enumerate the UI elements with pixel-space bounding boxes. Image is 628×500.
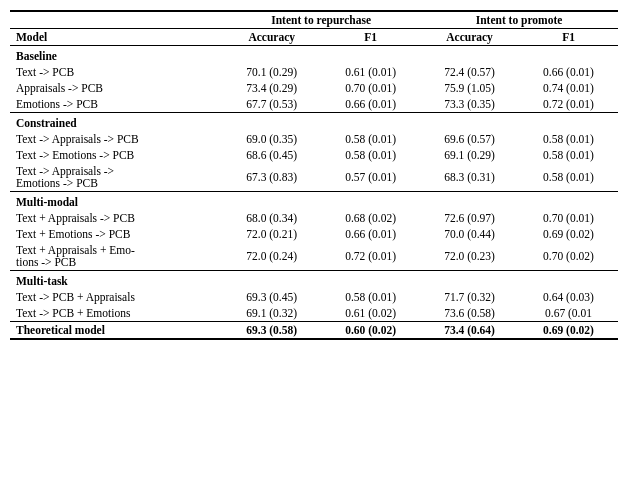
itp_f1-cell: 0.58 (0.01)	[519, 163, 618, 192]
itr_acc-cell: 72.0 (0.24)	[222, 242, 321, 271]
itp_acc-cell: 69.6 (0.57)	[420, 131, 519, 147]
itp_acc-cell: 72.4 (0.57)	[420, 64, 519, 80]
itp_f1-cell: 0.70 (0.02)	[519, 242, 618, 271]
intent-promote-header: Intent to promote	[420, 11, 618, 29]
itp_f1-cell: 0.74 (0.01)	[519, 80, 618, 96]
table-row: Text -> Appraisals -> PCB69.0 (0.35)0.58…	[10, 131, 618, 147]
itr_acc-cell: 70.1 (0.29)	[222, 64, 321, 80]
itp-accuracy-header: Accuracy	[420, 29, 519, 46]
itp_f1-cell: 0.58 (0.01)	[519, 131, 618, 147]
model-cell: Theoretical model	[10, 322, 222, 340]
itr_f1-cell: 0.58 (0.01)	[321, 131, 420, 147]
itr_f1-cell: 0.60 (0.02)	[321, 322, 420, 340]
section-header-row: Constrained	[10, 113, 618, 132]
itp_acc-cell: 70.0 (0.44)	[420, 226, 519, 242]
section-header-row: Multi-task	[10, 271, 618, 290]
section-title: Multi-task	[10, 271, 618, 290]
table-row: Theoretical model69.3 (0.58)0.60 (0.02)7…	[10, 322, 618, 340]
itr_f1-cell: 0.72 (0.01)	[321, 242, 420, 271]
column-group-header-row: Intent to repurchase Intent to promote	[10, 11, 618, 29]
table-row: Text -> Emotions -> PCB68.6 (0.45)0.58 (…	[10, 147, 618, 163]
section-header-row: Multi-modal	[10, 192, 618, 211]
itp_acc-cell: 73.6 (0.58)	[420, 305, 519, 322]
itp_acc-cell: 72.0 (0.23)	[420, 242, 519, 271]
table-row: Text -> PCB + Appraisals69.3 (0.45)0.58 …	[10, 289, 618, 305]
model-col-header: Model	[10, 29, 222, 46]
section-title: Multi-modal	[10, 192, 618, 211]
itr_f1-cell: 0.68 (0.02)	[321, 210, 420, 226]
empty-header	[10, 11, 222, 29]
model-cell: Appraisals -> PCB	[10, 80, 222, 96]
model-cell: Text + Appraisals + Emo-tions -> PCB	[10, 242, 222, 271]
results-table: Intent to repurchase Intent to promote M…	[10, 10, 618, 340]
table-row: Text + Emotions -> PCB72.0 (0.21)0.66 (0…	[10, 226, 618, 242]
itr_f1-cell: 0.58 (0.01)	[321, 289, 420, 305]
itr_f1-cell: 0.61 (0.02)	[321, 305, 420, 322]
itr-f1-header: F1	[321, 29, 420, 46]
itr_acc-cell: 69.0 (0.35)	[222, 131, 321, 147]
model-cell: Emotions -> PCB	[10, 96, 222, 113]
itr_f1-cell: 0.57 (0.01)	[321, 163, 420, 192]
table-row: Text + Appraisals -> PCB68.0 (0.34)0.68 …	[10, 210, 618, 226]
model-cell: Text -> PCB	[10, 64, 222, 80]
itp_acc-cell: 73.4 (0.64)	[420, 322, 519, 340]
section-header-row: Baseline	[10, 46, 618, 65]
itp_acc-cell: 71.7 (0.32)	[420, 289, 519, 305]
model-cell: Text + Appraisals -> PCB	[10, 210, 222, 226]
table-row: Appraisals -> PCB73.4 (0.29)0.70 (0.01)7…	[10, 80, 618, 96]
section-title: Baseline	[10, 46, 618, 65]
itp_f1-cell: 0.70 (0.01)	[519, 210, 618, 226]
table-row: Text + Appraisals + Emo-tions -> PCB72.0…	[10, 242, 618, 271]
table-row: Text -> Appraisals ->Emotions -> PCB67.3…	[10, 163, 618, 192]
itp_f1-cell: 0.67 (0.01	[519, 305, 618, 322]
section-title: Constrained	[10, 113, 618, 132]
model-cell: Text -> Appraisals -> PCB	[10, 131, 222, 147]
itr_acc-cell: 72.0 (0.21)	[222, 226, 321, 242]
itr_acc-cell: 69.1 (0.32)	[222, 305, 321, 322]
itr_acc-cell: 67.7 (0.53)	[222, 96, 321, 113]
column-header-row: Model Accuracy F1 Accuracy F1	[10, 29, 618, 46]
model-cell: Text -> Emotions -> PCB	[10, 147, 222, 163]
itr_f1-cell: 0.61 (0.01)	[321, 64, 420, 80]
itp-f1-header: F1	[519, 29, 618, 46]
model-cell: Text -> Appraisals ->Emotions -> PCB	[10, 163, 222, 192]
itr_acc-cell: 68.0 (0.34)	[222, 210, 321, 226]
itr_f1-cell: 0.58 (0.01)	[321, 147, 420, 163]
table-row: Emotions -> PCB67.7 (0.53)0.66 (0.01)73.…	[10, 96, 618, 113]
table-row: Text -> PCB70.1 (0.29)0.61 (0.01)72.4 (0…	[10, 64, 618, 80]
itp_f1-cell: 0.58 (0.01)	[519, 147, 618, 163]
model-cell: Text + Emotions -> PCB	[10, 226, 222, 242]
itr-accuracy-header: Accuracy	[222, 29, 321, 46]
itp_acc-cell: 73.3 (0.35)	[420, 96, 519, 113]
itr_f1-cell: 0.66 (0.01)	[321, 226, 420, 242]
itr_acc-cell: 69.3 (0.45)	[222, 289, 321, 305]
model-cell: Text -> PCB + Appraisals	[10, 289, 222, 305]
model-cell: Text -> PCB + Emotions	[10, 305, 222, 322]
itr_f1-cell: 0.70 (0.01)	[321, 80, 420, 96]
itp_f1-cell: 0.64 (0.03)	[519, 289, 618, 305]
itp_f1-cell: 0.69 (0.02)	[519, 226, 618, 242]
itr_acc-cell: 67.3 (0.83)	[222, 163, 321, 192]
itp_acc-cell: 72.6 (0.97)	[420, 210, 519, 226]
itp_f1-cell: 0.69 (0.02)	[519, 322, 618, 340]
itp_acc-cell: 75.9 (1.05)	[420, 80, 519, 96]
itr_acc-cell: 68.6 (0.45)	[222, 147, 321, 163]
itr_f1-cell: 0.66 (0.01)	[321, 96, 420, 113]
itp_acc-cell: 69.1 (0.29)	[420, 147, 519, 163]
itp_f1-cell: 0.72 (0.01)	[519, 96, 618, 113]
itp_acc-cell: 68.3 (0.31)	[420, 163, 519, 192]
table-row: Text -> PCB + Emotions69.1 (0.32)0.61 (0…	[10, 305, 618, 322]
itr_acc-cell: 69.3 (0.58)	[222, 322, 321, 340]
intent-repurchase-header: Intent to repurchase	[222, 11, 420, 29]
itp_f1-cell: 0.66 (0.01)	[519, 64, 618, 80]
itr_acc-cell: 73.4 (0.29)	[222, 80, 321, 96]
